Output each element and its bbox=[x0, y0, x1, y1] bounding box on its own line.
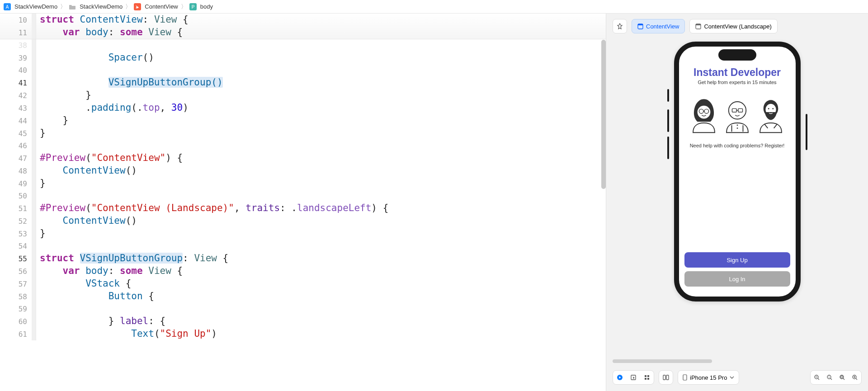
dynamic-island bbox=[718, 49, 756, 61]
fold-strip bbox=[32, 140, 36, 152]
code-line[interactable]: 45} bbox=[0, 127, 606, 140]
code-line[interactable]: 60 } label: { bbox=[0, 315, 606, 328]
breadcrumb-item[interactable]: body bbox=[200, 3, 213, 10]
code-line[interactable]: 41 VSignUpButtonGroup() bbox=[0, 76, 606, 89]
fold-strip bbox=[32, 89, 36, 102]
code-line[interactable]: 11 var body: some View { bbox=[0, 26, 606, 39]
code-line[interactable]: 58 Button { bbox=[0, 290, 606, 303]
login-button[interactable]: Log In bbox=[684, 271, 790, 287]
editor-scrollbar[interactable] bbox=[601, 40, 606, 189]
zoom-out-button[interactable] bbox=[811, 371, 823, 384]
selectable-button[interactable] bbox=[627, 371, 640, 384]
code-text: struct ContentView: View { bbox=[36, 14, 189, 26]
app-cta-text: Need help with coding problems? Register… bbox=[684, 143, 790, 148]
zoom-fit-button[interactable] bbox=[836, 371, 849, 384]
device-settings-button[interactable] bbox=[659, 371, 673, 384]
app-subtitle: Get help from experts in 15 minutes bbox=[684, 80, 790, 85]
preview-icon bbox=[637, 24, 643, 29]
code-text: struct VSignUpButtonGroup: View { bbox=[36, 252, 228, 264]
avatar-icon bbox=[689, 91, 719, 135]
play-button[interactable] bbox=[613, 371, 627, 384]
svg-line-38 bbox=[843, 378, 844, 380]
code-line[interactable]: 52 ContentView() bbox=[0, 215, 606, 227]
line-number: 51 bbox=[0, 203, 32, 215]
svg-text:P: P bbox=[191, 5, 194, 9]
fold-strip bbox=[32, 215, 36, 227]
code-line[interactable]: 47#Preview("ContentView") { bbox=[0, 152, 606, 165]
code-line[interactable]: 49} bbox=[0, 177, 606, 190]
code-text: var body: some View { bbox=[36, 265, 183, 277]
code-line[interactable]: 44 } bbox=[0, 114, 606, 127]
preview-tab[interactable]: ContentView bbox=[632, 19, 685, 33]
preview-tab-label: ContentView (Landscape) bbox=[704, 23, 771, 30]
code-line[interactable]: 55struct VSignUpButtonGroup: View { bbox=[0, 252, 606, 265]
zoom-actual-button[interactable]: 1 bbox=[823, 371, 836, 384]
breadcrumb-item[interactable]: StackViewDemo bbox=[14, 3, 57, 10]
breadcrumb-item[interactable]: StackViewDemo bbox=[80, 3, 123, 10]
svg-line-41 bbox=[856, 378, 857, 380]
svg-rect-39 bbox=[841, 376, 843, 378]
line-number: 11 bbox=[0, 27, 32, 39]
fold-strip bbox=[32, 76, 36, 89]
code-line[interactable]: 42 } bbox=[0, 89, 606, 102]
preview-icon bbox=[695, 24, 701, 29]
code-text: var body: some View { bbox=[36, 26, 183, 38]
preview-scrollbar[interactable] bbox=[613, 359, 712, 363]
svg-rect-26 bbox=[645, 378, 646, 380]
code-line[interactable]: 61 Text("Sign Up") bbox=[0, 328, 606, 340]
fold-strip bbox=[32, 114, 36, 127]
breadcrumb-item[interactable]: ContentView bbox=[145, 3, 178, 10]
line-number: 48 bbox=[0, 165, 32, 177]
code-line[interactable]: 54 bbox=[0, 240, 606, 252]
preview-canvas[interactable]: Instant Developer Get help from experts … bbox=[606, 39, 868, 359]
code-line[interactable]: 56 var body: some View { bbox=[0, 265, 606, 278]
code-line[interactable]: 59 bbox=[0, 303, 606, 315]
svg-rect-29 bbox=[666, 375, 669, 380]
pin-button[interactable] bbox=[613, 19, 627, 33]
zoom-in-button[interactable] bbox=[849, 371, 861, 384]
variants-button[interactable] bbox=[640, 371, 654, 384]
svg-rect-27 bbox=[647, 378, 649, 380]
line-number: 38 bbox=[0, 39, 32, 52]
app-title: Instant Developer bbox=[684, 66, 790, 79]
line-number: 46 bbox=[0, 140, 32, 152]
svg-point-37 bbox=[840, 375, 844, 379]
line-number: 57 bbox=[0, 278, 32, 290]
fold-strip bbox=[32, 278, 36, 290]
line-number: 56 bbox=[0, 265, 32, 278]
code-line[interactable]: 10struct ContentView: View { bbox=[0, 14, 606, 26]
device-picker[interactable]: iPhone 15 Pro bbox=[678, 370, 739, 385]
avatar-icon bbox=[755, 91, 786, 135]
code-line[interactable]: 51#Preview("ContentView (Landscape)", tr… bbox=[0, 202, 606, 215]
line-number: 54 bbox=[0, 240, 32, 252]
chevron-down-icon bbox=[730, 376, 734, 379]
code-line[interactable]: 53} bbox=[0, 227, 606, 240]
code-line[interactable]: 48 ContentView() bbox=[0, 165, 606, 177]
fold-strip bbox=[32, 315, 36, 328]
code-text: #Preview("ContentView") { bbox=[36, 152, 183, 164]
preview-toolbar: iPhone 15 Pro 1 bbox=[606, 366, 868, 391]
code-line[interactable]: 39 Spacer() bbox=[0, 52, 606, 64]
code-line[interactable]: 46 bbox=[0, 140, 606, 152]
code-line[interactable]: 50 bbox=[0, 190, 606, 202]
code-text: .padding(.top, 30) bbox=[36, 102, 189, 114]
svg-line-35 bbox=[830, 378, 832, 380]
svg-rect-6 bbox=[638, 24, 643, 25]
preview-tab[interactable]: ContentView (Landscape) bbox=[689, 19, 777, 33]
code-line[interactable]: 40 bbox=[0, 64, 606, 76]
signup-button[interactable]: Sign Up bbox=[684, 252, 790, 268]
line-number: 55 bbox=[0, 253, 32, 265]
swift-icon bbox=[134, 3, 141, 10]
chevron-right-icon: 〉 bbox=[125, 3, 131, 11]
fold-strip bbox=[32, 152, 36, 165]
code-line[interactable]: 57 VStack { bbox=[0, 278, 606, 290]
code-text: #Preview("ContentView (Landscape)", trai… bbox=[36, 202, 388, 214]
svg-line-32 bbox=[818, 378, 819, 380]
chevron-right-icon: 〉 bbox=[60, 3, 66, 11]
code-text: } bbox=[36, 177, 46, 189]
fold-strip bbox=[32, 240, 36, 252]
code-line[interactable]: 43 .padding(.top, 30) bbox=[0, 102, 606, 114]
code-editor[interactable]: 10struct ContentView: View {11 var body:… bbox=[0, 14, 606, 391]
code-line[interactable]: 38 bbox=[0, 39, 606, 52]
svg-rect-28 bbox=[663, 375, 665, 380]
